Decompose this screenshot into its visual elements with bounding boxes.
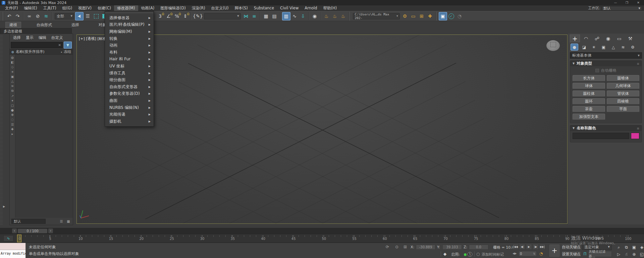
modifiers-menu-item[interactable]: 参数化变形器(D) ▶ — [105, 90, 154, 98]
object-type-button[interactable]: 球体 — [573, 83, 605, 89]
close-button[interactable]: ✕ — [633, 0, 644, 5]
selection-lock-icon[interactable]: ⊙ — [395, 245, 398, 249]
menu-item[interactable]: Substance — [251, 5, 277, 11]
angle-snap-icon[interactable]: ∠ Ω — [164, 12, 173, 20]
explorer-menu-item[interactable]: 显示 — [26, 35, 34, 40]
menu-item[interactable]: 图形编辑器(D) — [157, 5, 189, 11]
object-type-button[interactable]: 管状体 — [607, 90, 639, 97]
render-setup-icon[interactable]: ♨ — [322, 12, 331, 20]
previous-range-button[interactable]: ‹ — [12, 229, 17, 233]
toolbar-separator[interactable] — [280, 12, 281, 20]
primitive-category-dropdown[interactable]: 标准基本体 ▼ — [570, 52, 642, 59]
object-color-swatch[interactable] — [631, 133, 639, 139]
schematic-view-icon[interactable]: ⇩ — [299, 12, 307, 20]
layer-list-icon[interactable]: ☰ — [59, 219, 64, 224]
toolbar-separator[interactable] — [320, 12, 321, 20]
maxscript-mini-listener[interactable]: Array modifier : — [0, 243, 26, 258]
menu-item[interactable]: 帮助(H) — [320, 5, 340, 11]
expand-rail-icon[interactable]: ▶ — [3, 205, 5, 208]
display-containers-icon[interactable]: ▢ — [11, 104, 14, 107]
menu-item[interactable]: 修改器(M) — [114, 5, 138, 11]
layer-grid-icon[interactable]: ▦ — [66, 219, 71, 224]
snaps-toggle-3d-icon[interactable]: 3 Ω — [156, 12, 164, 20]
current-frame-field[interactable]: 0 ⇅ — [519, 251, 537, 256]
workspace-dropdown[interactable]: 默认 ▼ — [602, 6, 642, 11]
select-by-name-button[interactable]: ☰ — [84, 12, 92, 20]
material-editor-icon[interactable]: ◉ — [311, 12, 319, 20]
clear-search-icon[interactable]: ✕ — [58, 43, 61, 47]
display-lights-icon[interactable]: ☀ — [11, 70, 14, 74]
select-object-button[interactable]: ➤ — [75, 12, 84, 20]
object-type-button[interactable]: 加强型文本 — [573, 114, 605, 120]
mini-curve-editor-button[interactable]: ∿ — [3, 235, 13, 242]
undo-icon[interactable]: ↶ — [5, 12, 13, 20]
previous-frame-button[interactable]: ◀| — [519, 244, 525, 250]
category-lights-icon[interactable]: ☀ — [590, 44, 598, 51]
listener-macro-pane[interactable] — [0, 243, 25, 250]
default-tangent-icon[interactable]: Π — [582, 251, 588, 257]
display-hidden-icon[interactable]: ◌ — [11, 118, 14, 121]
frame-step-icon[interactable]: ◀▶ — [513, 252, 517, 255]
rectangular-selection-region-button[interactable] — [92, 12, 100, 20]
modifiers-menu-item[interactable]: 动画 ▶ — [105, 42, 154, 49]
modifiers-menu-item[interactable]: 光能传递 ▶ — [105, 111, 154, 118]
curve-editor-icon[interactable]: ∿ — [290, 12, 299, 20]
orbit-icon[interactable]: ⊕ — [631, 251, 638, 257]
redo-icon[interactable]: ↷ — [13, 12, 22, 20]
absolute-mode-icon[interactable]: ⊞ — [404, 245, 407, 249]
modifiers-menu-item[interactable]: 网格编辑(M) ▶ — [105, 28, 154, 35]
display-spacewarps-icon[interactable]: ≋ — [11, 84, 14, 88]
minimize-button[interactable]: — — [610, 0, 621, 5]
object-type-button[interactable]: 圆环 — [573, 98, 605, 105]
modifiers-menu-item[interactable]: NURBS 编辑(N) ▶ — [105, 104, 154, 111]
time-ruler[interactable]: ∿ 05101520253035404550556065707580859095… — [0, 234, 644, 243]
explorer-list-area[interactable]: ◍◧◇☀▣△≋⧉↗✦▢●✻◌☰✚▸ — [10, 55, 73, 218]
set-key-button[interactable]: 设置关键点 — [561, 251, 581, 257]
isolate-selection-icon[interactable]: ⟳ — [386, 245, 389, 249]
bind-to-space-warp-icon[interactable]: ≋ — [42, 12, 50, 20]
toggle-scene-explorer-icon[interactable]: ▦ — [262, 12, 270, 20]
zoom-all-icon[interactable]: ⧉ — [623, 244, 630, 250]
left-dock-grip[interactable] — [0, 35, 3, 224]
zoom-all-extents-icon[interactable]: ◈ — [638, 244, 644, 250]
mirror-icon[interactable]: ⋈ — [242, 12, 250, 20]
project-structure-folder-icon[interactable]: ⊞ — [418, 12, 426, 20]
object-type-button[interactable]: 圆柱体 — [573, 90, 605, 97]
align-icon[interactable]: ≡ — [250, 12, 259, 20]
toggle-ribbon-icon[interactable]: ▥ — [282, 12, 290, 20]
percent-snap-icon[interactable]: % Ω — [173, 12, 181, 20]
zoom-extents-icon[interactable]: ▣ — [631, 244, 638, 250]
tab-display[interactable]: ▭ — [614, 35, 624, 42]
pan-icon[interactable]: ☝ — [623, 251, 630, 257]
tab-hierarchy[interactable]: ☍ — [592, 35, 602, 42]
display-geometry-icon[interactable]: ◧ — [11, 60, 14, 64]
explorer-menu-item[interactable]: 编辑 — [39, 35, 46, 40]
display-groups-icon[interactable]: ⧉ — [11, 89, 14, 93]
maximize-viewport-icon[interactable]: ◱ — [638, 251, 644, 257]
frame-range-display[interactable]: 0 / 100 — [18, 229, 47, 233]
modifiers-menu-item[interactable]: 细分曲面 ▶ — [105, 76, 154, 83]
object-type-rollout-header[interactable]: ▼ 对象类型 ≡ — [570, 61, 642, 66]
listener-script-pane[interactable]: Array modifier : — [0, 250, 25, 258]
menu-item[interactable]: 编辑(E) — [21, 5, 40, 11]
category-cameras-icon[interactable]: ▣ — [600, 44, 607, 51]
modifiers-menu-item[interactable]: 缓存工具 ▶ — [105, 70, 154, 77]
tab-motion[interactable]: ◉ — [603, 35, 613, 42]
menu-item[interactable]: 脚本(S) — [232, 5, 251, 11]
display-helpers-icon[interactable]: △ — [11, 79, 13, 83]
display-selection-sets-icon[interactable]: ✚ — [11, 127, 14, 131]
project-folder-dropdown[interactable]: C:\Users\AL…ds Max 202- ▼ — [353, 13, 400, 19]
tab-create[interactable]: + — [570, 35, 580, 42]
project-settings-folder-icon[interactable]: ⚙ — [401, 12, 409, 20]
category-systems-icon[interactable]: ⚙ — [629, 44, 637, 51]
display-frozen-icon[interactable]: ✻ — [11, 113, 14, 117]
add-time-tag[interactable]: 添加时间标记 — [482, 252, 504, 257]
modifiers-menu-item[interactable]: 转换 ▶ — [105, 35, 154, 42]
tab-modify[interactable]: ◠ — [581, 35, 591, 42]
object-type-button[interactable]: 四棱锥 — [607, 98, 639, 105]
menu-item[interactable]: 工具(T) — [40, 5, 59, 11]
menu-item[interactable]: 渲染(R) — [189, 5, 208, 11]
menu-item[interactable]: 视图(V) — [75, 5, 95, 11]
next-frame-button[interactable]: |▶ — [533, 244, 539, 250]
explorer-menu-item[interactable]: 自定义 — [51, 35, 63, 40]
